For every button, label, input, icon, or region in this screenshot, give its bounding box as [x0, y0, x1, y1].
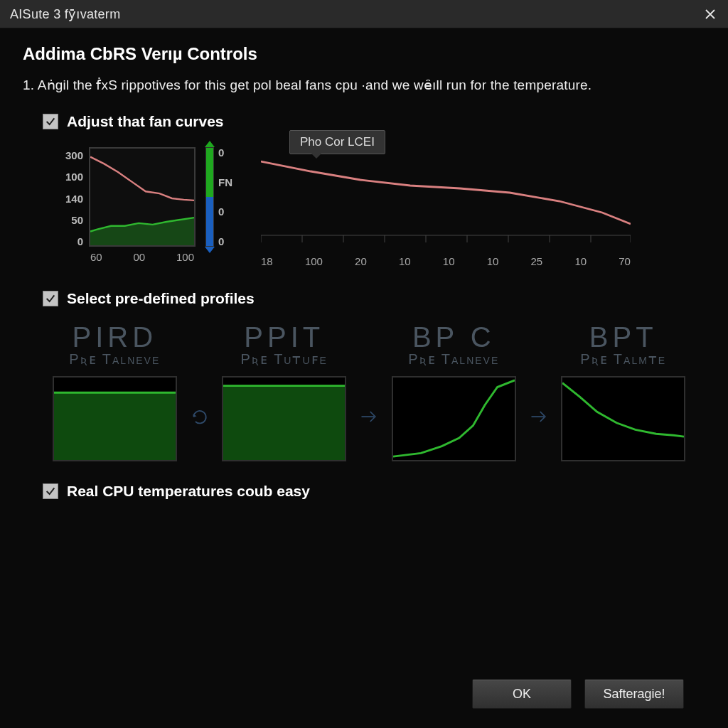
x-tick: 25: [531, 255, 543, 267]
profile-title: BPT: [589, 321, 658, 353]
x-tick: 10: [487, 255, 499, 267]
chart-tooltip: Pho Cor LCEI: [289, 130, 385, 154]
ok-button[interactable]: OK: [472, 679, 572, 709]
profile-title: PPIT: [244, 321, 324, 353]
realtime-row: Real CPU temperatures coub easy: [43, 483, 705, 500]
y-tick: 50: [65, 215, 83, 225]
app-window: AISute 3 fȳıvaterm Addima CbRS Verıµ Con…: [0, 0, 728, 728]
profile-chart: [561, 376, 685, 461]
cycle-icon[interactable]: [190, 374, 210, 459]
profile-subtitle: Pʀᴇ Talneve: [69, 350, 160, 368]
dialog-footer: OK Safteragie!: [23, 673, 705, 728]
mini-chart-col: 60 00 100: [89, 147, 196, 263]
profile-chart: [392, 376, 516, 461]
profiles-checkbox[interactable]: [43, 291, 58, 306]
x-tick: 20: [355, 255, 367, 267]
big-chart-group: Pho Cor LCEI 1: [261, 130, 705, 267]
main-fan-curve-chart[interactable]: [261, 157, 631, 251]
y-tick: 100: [65, 171, 83, 182]
cancel-button[interactable]: Safteragie!: [584, 679, 684, 709]
mini-x-axis: 60 00 100: [89, 251, 196, 263]
profile-subtitle: Pʀᴇ Tuᴛuꜰe: [241, 350, 328, 368]
profile-chart: [222, 376, 346, 461]
profile-chart: [53, 376, 177, 461]
adjust-fan-curves-label: Adjust that fan curves: [67, 113, 224, 130]
profile-pird[interactable]: PIRD Pʀᴇ Talneve: [50, 321, 180, 461]
scale-tick: FN: [218, 177, 232, 188]
x-tick: 60: [90, 251, 102, 263]
scale-labels: 0 FN 0 0: [218, 147, 232, 247]
page-heading: Addima CbRS Verıµ Controls: [23, 44, 705, 64]
x-tick: 10: [399, 255, 411, 267]
profile-title: BP C: [412, 321, 496, 353]
scale-slider[interactable]: [205, 147, 214, 247]
scale-tick: 0: [218, 236, 232, 247]
x-tick: 70: [619, 255, 631, 267]
arrow-right-icon[interactable]: [359, 374, 379, 459]
mini-fan-curve-chart[interactable]: [89, 147, 196, 247]
profile-ppit[interactable]: PPIT Pʀᴇ Tuᴛuꜰe: [220, 321, 350, 461]
mini-chart-group: 300 100 140 50 0 60: [65, 147, 232, 263]
content-area: Addima CbRS Verıµ Controls 1. Aṅgil the …: [0, 28, 728, 728]
x-tick: 100: [176, 251, 194, 263]
instruction-text: 1. Aṅgil the ḟxS rippotives for this get…: [23, 77, 705, 93]
big-x-axis: 18 100 20 10 10 10 25 10 70: [261, 255, 631, 267]
profiles-label: Select pre-defined profiles: [67, 290, 255, 307]
right-scale: 0 FN 0 0: [205, 147, 232, 247]
fan-curve-charts-row: 300 100 140 50 0 60: [65, 147, 705, 267]
realtime-label: Real CPU temperatures coub easy: [67, 483, 310, 500]
close-icon[interactable]: [702, 6, 718, 22]
profile-list: PIRD Pʀᴇ Talneve PPIT Pʀᴇ Tuᴛuꜰe: [50, 321, 688, 461]
x-tick: 10: [443, 255, 455, 267]
scale-tick: 0: [218, 206, 232, 217]
y-tick: 140: [65, 193, 83, 204]
mini-y-axis: 300 100 140 50 0: [65, 147, 83, 247]
svg-rect-11: [54, 392, 176, 460]
window-title: AISute 3 fȳıvaterm: [10, 6, 120, 22]
profile-title: PIRD: [72, 321, 157, 353]
y-tick: 300: [65, 150, 83, 161]
adjust-fan-curves-checkbox[interactable]: [43, 114, 58, 129]
x-tick: 100: [305, 255, 323, 267]
profile-subtitle: Pʀᴇ Talmᴛe: [580, 350, 666, 368]
x-tick: 10: [574, 255, 587, 267]
profiles-row: Select pre-defined profiles: [43, 290, 705, 307]
y-tick: 0: [65, 236, 83, 247]
arrow-right-icon[interactable]: [529, 374, 549, 459]
x-tick: 18: [261, 255, 273, 267]
adjust-fan-curves-row: Adjust that fan curves: [43, 113, 705, 130]
realtime-checkbox[interactable]: [43, 483, 58, 499]
titlebar: AISute 3 fȳıvaterm: [0, 0, 728, 28]
profile-subtitle: Pʀᴇ Talneve: [408, 350, 499, 368]
profile-bpc[interactable]: BP C Pʀᴇ Talneve: [389, 321, 519, 461]
scale-tick: 0: [218, 147, 232, 158]
profile-bpt[interactable]: BPT Pʀᴇ Talmᴛe: [559, 321, 689, 461]
svg-rect-13: [223, 386, 345, 460]
x-tick: 00: [134, 251, 146, 263]
